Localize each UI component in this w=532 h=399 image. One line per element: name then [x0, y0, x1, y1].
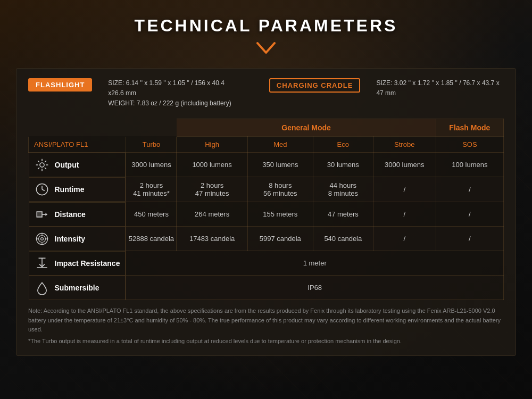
sun-icon: [35, 157, 49, 172]
general-mode-header: General Mode: [177, 119, 436, 136]
standard-label: ANSI/PLATO FL1: [29, 136, 126, 152]
cell-intensity-3: 540 candela: [313, 227, 373, 251]
svg-point-15: [36, 233, 47, 244]
svg-point-17: [40, 237, 43, 240]
row-span-value-impact-resistance: 1 meter: [126, 251, 504, 276]
mode-header-row: General Mode Flash Mode: [29, 119, 504, 136]
svg-point-0: [39, 163, 44, 167]
col-high: High: [177, 136, 247, 152]
row-span-value-submersible: IP68: [126, 276, 504, 300]
cell-runtime-0: 2 hours 41 minutes*: [126, 177, 177, 202]
cell-output-0: 3000 lumens: [126, 152, 177, 177]
cell-distance-5: /: [436, 202, 503, 227]
cell-output-4: 3000 lumens: [373, 152, 436, 177]
table-row: Intensity52888 candela17483 candela5997 …: [29, 227, 504, 251]
cell-output-2: 350 lumens: [247, 152, 313, 177]
svg-marker-14: [45, 212, 47, 216]
col-turbo: Turbo: [126, 136, 177, 152]
page-title: TECHNICAL PARAMETERS: [135, 16, 398, 36]
impact-icon: [35, 256, 49, 271]
cell-runtime-2: 8 hours 56 minutes: [247, 177, 313, 202]
cell-runtime-1: 2 hours 47 minutes: [177, 177, 247, 202]
charging-cradle-badge: CHARGING CRADLE: [269, 78, 361, 93]
cell-intensity-2: 5997 candela: [247, 227, 313, 251]
svg-line-5: [38, 161, 39, 162]
table-row: Output3000 lumens1000 lumens350 lumens30…: [29, 152, 504, 177]
svg-line-11: [42, 189, 45, 190]
notes-section: Note: According to the ANSI/PLATO FL1 st…: [28, 306, 504, 346]
svg-line-8: [38, 168, 39, 169]
cell-intensity-5: /: [436, 227, 503, 251]
col-eco: Eco: [313, 136, 373, 152]
cell-output-1: 1000 lumens: [177, 152, 247, 177]
spec-table: General Mode Flash Mode ANSI/PLATO FL1 T…: [28, 119, 504, 301]
cell-runtime-3: 44 hours 8 minutes: [313, 177, 373, 202]
flashlight-badge: FLASHLIGHT: [28, 78, 92, 92]
cell-intensity-1: 17483 candela: [177, 227, 247, 251]
row-label-distance: Distance: [29, 202, 126, 227]
row-label-submersible: Submersible: [29, 276, 126, 300]
cell-output-3: 30 lumens: [313, 152, 373, 177]
table-row: Runtime2 hours 41 minutes*2 hours 47 min…: [29, 177, 504, 202]
col-sos: SOS: [436, 136, 503, 152]
svg-marker-12: [37, 212, 42, 217]
sub-header-row: ANSI/PLATO FL1 Turbo High Med Eco Strobe…: [29, 136, 504, 152]
cell-distance-2: 155 meters: [247, 202, 313, 227]
cell-distance-1: 264 meters: [177, 202, 247, 227]
product-row: FLASHLIGHT SIZE: 6.14 '' x 1.59 '' x 1.0…: [28, 78, 504, 109]
clock-icon: [35, 182, 49, 197]
row-label-runtime: Runtime: [29, 177, 126, 202]
col-med: Med: [247, 136, 313, 152]
cell-intensity-0: 52888 candela: [126, 227, 177, 251]
cell-runtime-5: /: [436, 177, 503, 202]
row-label-output: Output: [29, 153, 126, 177]
note-2: *The Turbo output is measured in a total…: [28, 337, 504, 346]
flash-mode-header: Flash Mode: [436, 119, 503, 136]
svg-line-7: [45, 161, 46, 162]
svg-point-16: [38, 235, 45, 242]
chevron-icon: [255, 41, 277, 59]
cell-runtime-4: /: [373, 177, 436, 202]
flashlight-specs: SIZE: 6.14 '' x 1.59 '' x 1.05 '' / 156 …: [108, 78, 237, 109]
table-row: Distance450 meters264 meters155 meters47…: [29, 202, 504, 227]
cell-distance-4: /: [373, 202, 436, 227]
target-icon: [35, 231, 49, 246]
row-label-impact-resistance: Impact Resistance: [29, 251, 126, 276]
water-icon: [35, 280, 49, 295]
row-label-intensity: Intensity: [29, 227, 126, 251]
table-row: SubmersibleIP68: [29, 276, 504, 300]
cell-intensity-4: /: [373, 227, 436, 251]
col-strobe: Strobe: [373, 136, 436, 152]
charging-cradle-specs: SIZE: 3.02 '' x 1.72 '' x 1.85 '' / 76.7…: [376, 78, 504, 98]
distance-icon: [35, 207, 49, 222]
table-row: Impact Resistance1 meter: [29, 251, 504, 276]
cell-distance-0: 450 meters: [126, 202, 177, 227]
cell-output-5: 100 lumens: [436, 152, 503, 177]
svg-line-6: [45, 168, 46, 169]
cell-distance-3: 47 meters: [313, 202, 373, 227]
main-card: FLASHLIGHT SIZE: 6.14 '' x 1.59 '' x 1.0…: [16, 68, 516, 356]
note-1: Note: According to the ANSI/PLATO FL1 st…: [28, 306, 504, 335]
